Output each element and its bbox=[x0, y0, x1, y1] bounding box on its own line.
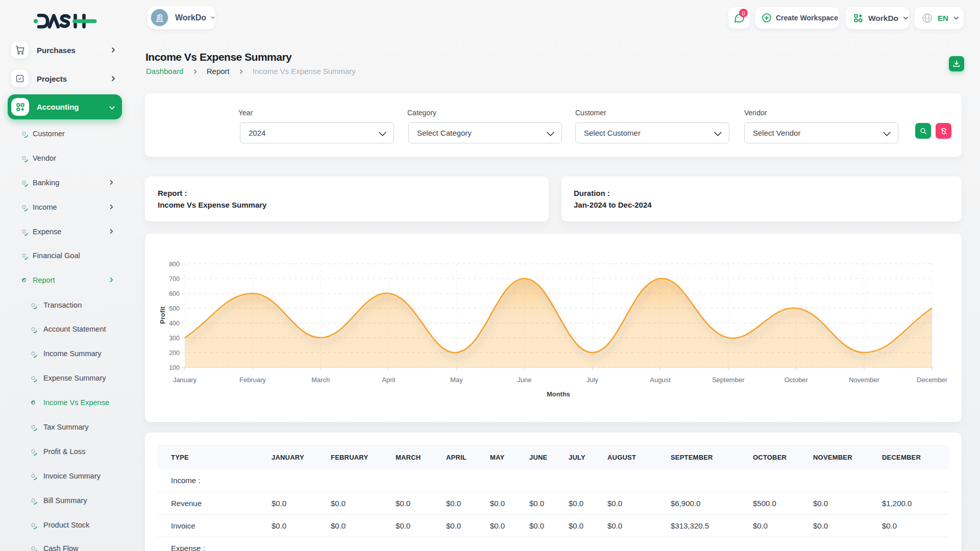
svg-text:700: 700 bbox=[169, 276, 180, 283]
svg-text:April: April bbox=[382, 376, 395, 384]
svg-text:March: March bbox=[311, 376, 330, 384]
svg-text:500: 500 bbox=[169, 305, 180, 312]
svg-text:400: 400 bbox=[169, 320, 180, 327]
svg-text:February: February bbox=[239, 376, 266, 384]
svg-text:July: July bbox=[586, 376, 599, 384]
svg-text:May: May bbox=[450, 376, 463, 384]
svg-text:600: 600 bbox=[169, 290, 180, 297]
svg-text:Profit: Profit bbox=[159, 306, 166, 324]
svg-text:200: 200 bbox=[169, 349, 180, 357]
svg-text:December: December bbox=[917, 376, 948, 384]
svg-text:800: 800 bbox=[169, 261, 180, 268]
svg-text:100: 100 bbox=[169, 364, 180, 371]
svg-text:300: 300 bbox=[169, 335, 180, 342]
svg-text:September: September bbox=[712, 376, 745, 384]
svg-text:August: August bbox=[650, 376, 671, 384]
svg-text:June: June bbox=[517, 376, 531, 384]
svg-text:January: January bbox=[173, 376, 197, 384]
svg-text:October: October bbox=[785, 376, 808, 384]
svg-text:Months: Months bbox=[547, 390, 570, 398]
svg-text:November: November bbox=[849, 376, 880, 384]
